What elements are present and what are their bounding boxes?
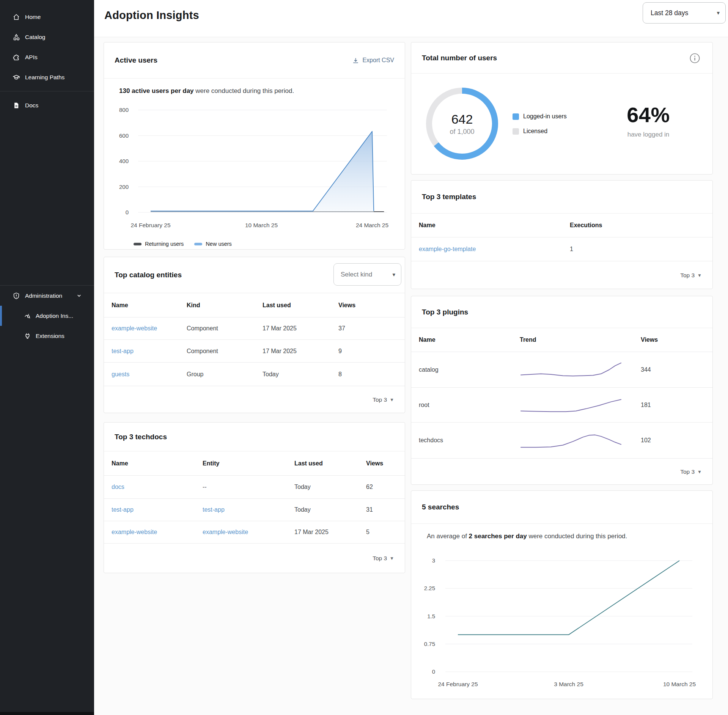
export-csv-label: Export CSV xyxy=(362,57,394,64)
sidebar-item-docs[interactable]: Docs xyxy=(0,95,94,115)
entity-link[interactable]: example-website xyxy=(203,529,248,536)
entity-cell: -- xyxy=(203,484,207,490)
sidebar-item-catalog[interactable]: Catalog xyxy=(0,27,94,47)
svg-text:24 February 25: 24 February 25 xyxy=(438,681,478,687)
info-icon[interactable] xyxy=(690,53,700,63)
card-title: Top 3 plugins xyxy=(422,308,468,316)
adoption-insights-page: Home Catalog APIs Learning Paths Docs Ad… xyxy=(0,0,728,715)
active-users-card: Active users Export CSV 130 active users… xyxy=(104,42,405,250)
entity-link[interactable]: guests xyxy=(112,371,129,378)
sidebar-item-apis[interactable]: APIs xyxy=(0,47,94,67)
sidebar-item-label: APIs xyxy=(25,54,38,61)
sidebar-item-label: Learning Paths xyxy=(25,74,64,81)
docs-icon xyxy=(13,102,20,109)
kind-select-placeholder: Select kind xyxy=(341,271,372,278)
techdoc-link[interactable]: docs xyxy=(112,484,124,490)
views-cell: 8 xyxy=(338,371,342,378)
users-donut-chart: 642 of 1,000 xyxy=(422,84,502,163)
sidebar-item-administration[interactable]: Administration xyxy=(0,286,94,306)
entity-link[interactable]: example-website xyxy=(112,325,157,332)
card-header: Total number of users xyxy=(411,42,712,74)
sidebar: Home Catalog APIs Learning Paths Docs Ad… xyxy=(0,0,94,715)
sidebar-item-learning-paths[interactable]: Learning Paths xyxy=(0,67,94,87)
svg-text:1.5: 1.5 xyxy=(427,613,435,619)
legend-item-returning-users: Returning users xyxy=(134,241,184,247)
views-cell: 181 xyxy=(641,402,651,409)
table-footer: Top 3▼ xyxy=(411,459,712,485)
techdoc-link[interactable]: test-app xyxy=(112,506,134,513)
template-link[interactable]: example-go-template xyxy=(419,246,476,253)
sidebar-divider xyxy=(0,91,94,91)
table-header-row: Name Trend Views xyxy=(411,328,712,352)
licensed-swatch xyxy=(513,128,519,135)
apis-icon xyxy=(13,53,20,61)
export-csv-button[interactable]: Export CSV xyxy=(352,57,394,64)
plug-icon xyxy=(24,332,31,339)
column-header: Views xyxy=(641,336,658,343)
svg-text:10 March 25: 10 March 25 xyxy=(245,222,278,228)
views-cell: 5 xyxy=(366,529,370,536)
sidebar-item-label: Administration xyxy=(25,292,62,299)
card-header: 5 searches xyxy=(411,491,712,524)
column-header: Kind xyxy=(187,302,200,309)
shield-icon xyxy=(13,292,20,300)
views-cell: 62 xyxy=(366,484,373,490)
column-header: Trend xyxy=(520,336,536,343)
sidebar-item-home[interactable]: Home xyxy=(0,7,94,27)
entity-link[interactable]: test-app xyxy=(112,348,134,355)
entity-link[interactable]: test-app xyxy=(203,506,225,513)
table-row: root 181 xyxy=(411,388,712,423)
table-row: guests Group Today 8 xyxy=(104,363,405,386)
card-title: Top catalog entities xyxy=(115,271,182,279)
returning-users-swatch xyxy=(134,243,142,245)
column-header: Name xyxy=(112,302,128,309)
trend-sparkline xyxy=(520,394,622,417)
donut-legend: Logged-in users Licensed xyxy=(513,112,567,141)
svg-text:400: 400 xyxy=(119,158,129,164)
new-users-swatch xyxy=(194,243,202,245)
top-plugins-card: Top 3 plugins Name Trend Views catalog 3… xyxy=(411,296,713,485)
legend-item-new-users: New users xyxy=(194,241,232,247)
views-cell: 37 xyxy=(338,325,345,332)
column-header: Views xyxy=(366,460,383,467)
views-cell: 31 xyxy=(366,506,373,513)
row-count-select[interactable]: Top 3▼ xyxy=(373,396,394,403)
date-range-select[interactable]: Last 28 days ▾ xyxy=(643,2,726,24)
sidebar-item-extensions[interactable]: Extensions xyxy=(0,326,94,346)
plugin-name: catalog xyxy=(419,366,439,373)
sidebar-item-label: Catalog xyxy=(25,34,45,41)
card-title: Active users xyxy=(115,56,157,64)
plugin-name: techdocs xyxy=(419,437,443,444)
svg-text:24 February 25: 24 February 25 xyxy=(131,222,170,228)
legend-label: Returning users xyxy=(145,241,184,247)
row-count-select[interactable]: Top 3▼ xyxy=(680,468,702,475)
table-row: techdocs 102 xyxy=(411,423,712,459)
donut-center-label: 642 of 1,000 xyxy=(422,84,502,163)
table-row: example-go-template 1 xyxy=(411,237,712,261)
techdoc-link[interactable]: example-website xyxy=(112,529,157,536)
main-content: Adoption Insights Last 28 days ▾ Active … xyxy=(94,0,728,715)
kind-select[interactable]: Select kind ▾ xyxy=(333,263,401,286)
sidebar-item-adoption-insights[interactable]: Adoption Ins... xyxy=(0,306,94,326)
table-row: docs -- Today 62 xyxy=(104,476,405,499)
row-count-select[interactable]: Top 3▼ xyxy=(373,555,394,562)
home-icon xyxy=(13,13,20,21)
table-footer: Top 3▼ xyxy=(411,261,712,289)
caret-down-icon: ▼ xyxy=(390,556,394,561)
table-header-row: Name Kind Last used Views xyxy=(104,293,405,317)
svg-text:10 March 25: 10 March 25 xyxy=(663,681,696,687)
svg-text:3 March 25: 3 March 25 xyxy=(554,681,583,687)
legend-item-licensed: Licensed xyxy=(513,127,567,136)
top-catalog-entities-card: Top catalog entities Select kind ▾ Name … xyxy=(104,257,405,413)
column-header: Name xyxy=(419,336,436,343)
trend-sparkline xyxy=(520,358,622,381)
column-header: Executions xyxy=(570,222,602,229)
top-templates-card: Top 3 templates Name Executions example-… xyxy=(411,180,713,289)
caret-down-icon: ▼ xyxy=(697,469,702,475)
card-header: Active users Export CSV xyxy=(104,42,405,79)
row-count-select[interactable]: Top 3▼ xyxy=(680,272,702,279)
searches-chart: 32.251.50.75024 February 253 March 2510 … xyxy=(419,548,706,696)
last-used-cell: 17 Mar 2025 xyxy=(263,325,297,332)
caret-down-icon: ▼ xyxy=(390,397,394,402)
learning-paths-icon xyxy=(13,74,20,81)
